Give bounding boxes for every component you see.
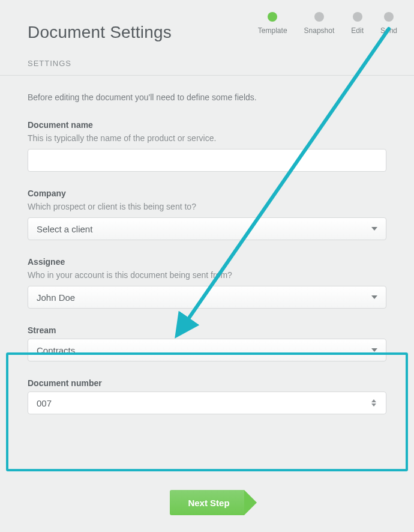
stream-select[interactable]: Contracts — [28, 339, 386, 361]
step-dot-icon — [268, 12, 277, 22]
chevron-down-icon — [371, 295, 377, 299]
company-label: Company — [28, 189, 386, 198]
wizard-steps: Template Snapshot Edit Send — [258, 12, 397, 35]
chevron-down-icon — [371, 227, 377, 231]
step-dot-icon — [384, 12, 394, 22]
tabs: SETTINGS — [0, 58, 414, 76]
tab-settings[interactable]: SETTINGS — [28, 59, 71, 75]
step-label: Snapshot — [304, 26, 335, 35]
stream-label: Stream — [28, 325, 386, 335]
chevron-down-icon — [371, 348, 377, 352]
document-number-label: Document number — [28, 378, 386, 388]
document-number-input[interactable]: 007 — [28, 391, 386, 414]
next-step-label: Next Step — [188, 498, 229, 508]
step-template[interactable]: Template — [258, 12, 287, 35]
field-stream: Stream Contracts — [28, 325, 386, 361]
field-document-name: Document name This is typically the name… — [28, 120, 386, 172]
field-company: Company Which prospect or client is this… — [28, 189, 386, 240]
step-snapshot[interactable]: Snapshot — [304, 12, 335, 35]
intro-text: Before editing the document you'll need … — [28, 92, 386, 102]
stream-selected: Contracts — [37, 345, 75, 355]
form-content: Before editing the document you'll need … — [0, 76, 414, 414]
step-dot-icon — [314, 12, 324, 22]
document-name-input[interactable] — [28, 149, 386, 172]
assignee-help: Who in your account is this document bei… — [28, 270, 386, 280]
assignee-selected: John Doe — [37, 292, 75, 303]
number-stepper-icon[interactable] — [371, 397, 380, 408]
step-edit[interactable]: Edit — [351, 12, 364, 35]
step-dot-icon — [353, 12, 362, 22]
step-label: Send — [380, 26, 397, 35]
document-name-help: This is typically the name of the produc… — [28, 133, 386, 143]
field-assignee: Assignee Who in your account is this doc… — [28, 257, 386, 309]
assignee-label: Assignee — [28, 257, 386, 267]
next-step-button[interactable]: Next Step — [170, 490, 244, 515]
assignee-select[interactable]: John Doe — [28, 286, 386, 309]
company-help: Which prospect or client is this being s… — [28, 202, 386, 211]
step-send[interactable]: Send — [380, 12, 397, 35]
step-label: Edit — [351, 26, 364, 35]
page-root: Document Settings Template Snapshot Edit… — [0, 0, 414, 532]
document-number-value: 007 — [37, 398, 52, 408]
field-document-number: Document number 007 — [28, 378, 386, 414]
step-label: Template — [258, 26, 287, 35]
document-name-label: Document name — [28, 120, 386, 130]
footer-actions: Next Step — [0, 490, 414, 515]
company-selected: Select a client — [37, 224, 92, 234]
company-select[interactable]: Select a client — [28, 217, 386, 240]
